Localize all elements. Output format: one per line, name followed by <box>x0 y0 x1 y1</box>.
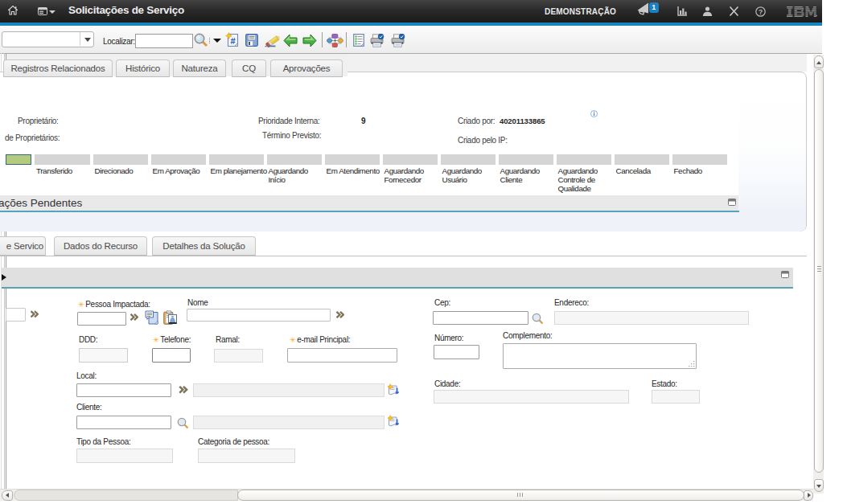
svg-text:?: ? <box>759 8 763 16</box>
svg-text:#: # <box>230 36 235 46</box>
